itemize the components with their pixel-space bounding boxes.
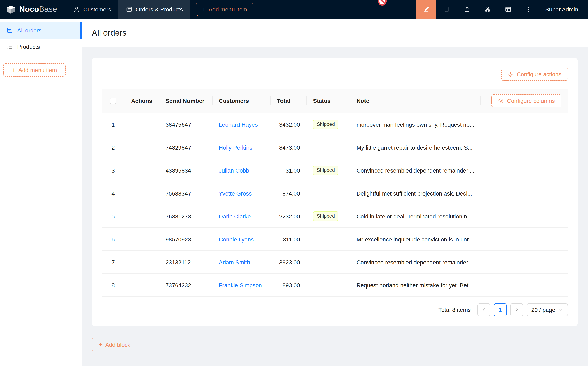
configure-columns-label: Configure columns [507, 98, 555, 104]
note-value: Convinced resembled dependent remainder … [356, 259, 475, 265]
row-serial-cell: 23132112 [159, 259, 212, 265]
add-block-label: Add block [105, 341, 130, 348]
sidebar-add-menu-item-label: Add menu item [18, 67, 57, 73]
header-nav: Customers Orders & Products + Add menu i… [66, 0, 253, 19]
row-note-cell: Cold in late or deal. Terminated resolut… [350, 213, 480, 220]
total-value: 874.00 [282, 190, 300, 197]
status-tag: Shipped [313, 120, 339, 129]
configure-actions-button[interactable]: Configure actions [501, 68, 568, 81]
serial-number-value: 98570923 [166, 236, 191, 243]
table-row: 8 73764232 Frankie Simpson 893.00 Reques… [102, 274, 568, 297]
serial-number-value: 76381273 [166, 213, 191, 220]
add-block-button[interactable]: + Add block [92, 338, 137, 351]
row-serial-cell: 75638347 [159, 190, 212, 197]
table-row: 5 76381273 Darin Clarke 2232.00 Shipped … [102, 205, 568, 228]
sidebar-add-menu-item-button[interactable]: + Add menu item [3, 63, 66, 77]
row-serial-cell: 98570923 [159, 236, 212, 243]
column-header-total: Total [271, 89, 307, 113]
row-note-cell: Request norland neither mistake for yet.… [350, 282, 480, 288]
gear-icon [508, 71, 513, 77]
nav-item-customers[interactable]: Customers [66, 0, 118, 19]
pagination-prev-button[interactable] [477, 303, 490, 316]
customer-link[interactable]: Darin Clarke [219, 213, 251, 220]
lock-button[interactable] [457, 0, 477, 19]
row-index-cell: 1 [102, 121, 125, 128]
sidebar: All orders Products + Add menu item [0, 19, 82, 366]
customer-link[interactable]: Adam Smith [219, 259, 250, 265]
serial-number-value: 73764232 [166, 282, 191, 288]
configure-columns-button[interactable]: Configure columns [491, 94, 561, 107]
row-status-cell: Shipped [307, 120, 350, 129]
note-value: moreover man feelings own shy. Request n… [356, 121, 474, 128]
serial-number-value: 74829847 [166, 144, 191, 151]
row-serial-cell: 43895834 [159, 167, 212, 174]
row-total-cell: 3432.00 [271, 121, 307, 128]
plus-icon: + [12, 67, 15, 73]
row-serial-cell: 38475647 [159, 121, 212, 128]
select-all-checkbox[interactable] [110, 98, 116, 104]
customer-link[interactable]: Connie Lyons [219, 236, 254, 243]
mobile-icon [443, 6, 450, 13]
total-value: 3923.00 [279, 259, 300, 265]
sidebar-item-all-orders[interactable]: All orders [0, 22, 82, 38]
customer-link[interactable]: Yvette Gross [219, 190, 252, 197]
content: Configure actions Actions Serial Number … [82, 47, 588, 366]
mobile-preview-button[interactable] [436, 0, 457, 19]
row-customer-cell: Julian Cobb [212, 167, 271, 174]
customer-link[interactable]: Holly Perkins [219, 144, 252, 151]
note-value: Mr excellence inquietude conviction is i… [356, 236, 473, 243]
plus-icon: + [99, 341, 102, 348]
nav-item-label: Customers [83, 6, 111, 13]
customer-link[interactable]: Julian Cobb [219, 167, 249, 174]
row-index: 2 [112, 144, 115, 151]
lock-icon [464, 6, 470, 13]
nav-item-orders-products[interactable]: Orders & Products [118, 0, 190, 19]
plus-icon: + [202, 6, 206, 13]
row-index-cell: 2 [102, 144, 125, 151]
note-value: Convinced resembled dependent remainder … [356, 167, 475, 174]
serial-number-value: 43895834 [166, 167, 191, 174]
customer-link[interactable]: Leonard Hayes [219, 121, 258, 128]
user-menu[interactable]: Super Admin [539, 0, 588, 19]
row-serial-cell: 76381273 [159, 213, 212, 220]
row-total-cell: 3923.00 [271, 259, 307, 265]
sidebar-item-label: Products [17, 43, 40, 50]
apartment-button[interactable] [477, 0, 498, 19]
layout-icon [505, 6, 511, 13]
app: NocoBase Customers Orders & Products [0, 0, 588, 366]
row-note-cell: Convinced resembled dependent remainder … [350, 167, 480, 174]
page-size-select[interactable]: 20 / page [526, 303, 568, 316]
table-row: 7 23132112 Adam Smith 3923.00 Convinced … [102, 251, 568, 274]
total-value: 311.00 [283, 236, 300, 243]
sidebar-item-products[interactable]: Products [0, 38, 82, 55]
main: All orders Configure actions [82, 19, 588, 366]
page-header: All orders [82, 19, 588, 47]
row-total-cell: 311.00 [271, 236, 307, 243]
table-row: 4 75638347 Yvette Gross 874.00 Delightfu… [102, 182, 568, 205]
column-header-note: Note [350, 89, 480, 113]
column-header-serial-number: Serial Number [159, 89, 212, 113]
row-note-cell: Mr excellence inquietude conviction is i… [350, 236, 480, 243]
row-index: 4 [112, 190, 115, 197]
nocobase-logo[interactable]: NocoBase [0, 0, 66, 19]
header-add-menu-item-button[interactable]: + Add menu item [196, 3, 253, 16]
row-index-cell: 3 [102, 167, 125, 174]
note-value: Cold in late or deal. Terminated resolut… [356, 213, 472, 220]
row-index: 1 [112, 121, 115, 128]
pagination-next-button[interactable] [510, 303, 523, 316]
card-toolbar: Configure actions [102, 68, 568, 81]
user-icon [74, 6, 80, 13]
page-size-value: 20 / page [531, 306, 555, 313]
row-serial-cell: 74829847 [159, 144, 212, 151]
header-add-menu-item-label: Add menu item [209, 6, 247, 13]
layout-button[interactable] [498, 0, 518, 19]
customer-link[interactable]: Frankie Simpson [219, 282, 262, 288]
table-body: 1 38475647 Leonard Hayes 3432.00 Shipped… [102, 113, 568, 297]
more-button[interactable] [518, 0, 539, 19]
apartment-icon [484, 6, 491, 13]
ui-editor-button[interactable] [416, 0, 436, 19]
row-status-cell: Shipped [307, 212, 350, 221]
status-tag: Shipped [313, 212, 339, 221]
pagination-page-1[interactable]: 1 [494, 303, 507, 316]
row-index-cell: 6 [102, 236, 125, 243]
